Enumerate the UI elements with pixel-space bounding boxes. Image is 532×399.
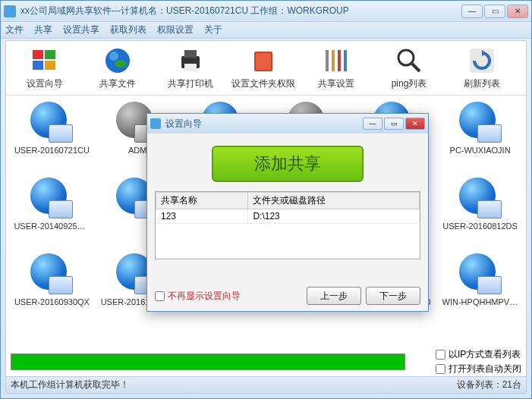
computer-item[interactable]: PC-WUXIAOJIN bbox=[439, 102, 521, 174]
col-folder-path[interactable]: 文件夹或磁盘路径 bbox=[248, 193, 420, 209]
computer-label: PC-WUXIAOJIN bbox=[450, 146, 511, 155]
tb-label: 刷新列表 bbox=[464, 77, 500, 90]
share-table-wrap: 共享名称 文件夹或磁盘路径 123D:\123 bbox=[155, 191, 420, 259]
svg-rect-9 bbox=[184, 64, 197, 71]
computer-item[interactable]: USER-20160721CU bbox=[11, 102, 93, 174]
book-icon bbox=[248, 46, 279, 76]
computer-label: USER-20160930QX bbox=[14, 297, 90, 306]
add-share-button[interactable]: 添加共享 bbox=[212, 146, 364, 182]
svg-point-16 bbox=[398, 50, 414, 65]
tb-set-folder-perm[interactable]: 设置文件夹权限 bbox=[231, 46, 296, 90]
tb-setup-wizard[interactable]: 设置向导 bbox=[12, 46, 77, 90]
computer-label: USER-20160812DS bbox=[442, 221, 517, 231]
view-options: 以IP方式查看列表 打开列表自动关闭 bbox=[436, 348, 521, 375]
dont-show-label: 不再显示设置向导 bbox=[168, 290, 241, 303]
computer-item[interactable]: WIN-HPQHHMPV9KI bbox=[439, 253, 521, 326]
dialog-title: 设置向导 bbox=[165, 118, 363, 130]
next-button[interactable]: 下一步 bbox=[366, 287, 420, 305]
tb-label: 设置向导 bbox=[27, 77, 63, 90]
check-ip-view-label: 以IP方式查看列表 bbox=[449, 348, 521, 361]
maximize-button[interactable]: ▭ bbox=[484, 5, 505, 18]
menu-set-share[interactable]: 设置共享 bbox=[63, 24, 99, 36]
check-ip-view-box[interactable] bbox=[436, 350, 445, 360]
menu-share[interactable]: 共享 bbox=[34, 24, 52, 36]
toolbar: 设置向导 共享文件 共享打印机 设置文件夹权限 bbox=[6, 41, 526, 96]
menubar: 文件 共享 设置共享 获取列表 权限设置 关于 bbox=[1, 22, 531, 39]
svg-point-6 bbox=[115, 60, 127, 68]
svg-point-5 bbox=[109, 52, 118, 61]
window-controls: — ▭ ✕ bbox=[461, 5, 528, 18]
dialog-close-button[interactable]: ✕ bbox=[405, 118, 425, 130]
tb-ping-list[interactable]: ping列表 bbox=[376, 46, 442, 90]
check-auto-close[interactable]: 打开列表自动关闭 bbox=[436, 363, 521, 375]
dialog-maximize-button[interactable]: ▭ bbox=[384, 118, 404, 130]
check-auto-close-label: 打开列表自动关闭 bbox=[449, 363, 521, 375]
minimize-button[interactable]: — bbox=[461, 5, 483, 18]
dialog-footer: 不再显示设置向导 上一步 下一步 bbox=[155, 287, 420, 305]
table-row[interactable]: 123D:\123 bbox=[156, 209, 420, 224]
titlebar: xx公司局域网共享软件---计算机名：USER-20160721CU 工作组：W… bbox=[1, 1, 531, 22]
dialog-body: 添加共享 共享名称 文件夹或磁盘路径 123D:\123 不再显示设置向导 上一… bbox=[147, 134, 428, 311]
prev-button[interactable]: 上一步 bbox=[307, 287, 361, 305]
globe-icon bbox=[102, 46, 133, 76]
svg-rect-15 bbox=[344, 50, 347, 71]
bottom-bar: 以IP方式查看列表 打开列表自动关闭 bbox=[6, 349, 526, 375]
setup-wizard-dialog: 设置向导 — ▭ ✕ 添加共享 共享名称 文件夹或磁盘路径 123D:\123 bbox=[146, 113, 429, 312]
dialog-window-controls: — ▭ ✕ bbox=[363, 118, 425, 130]
tb-label: 共享文件 bbox=[99, 77, 136, 90]
tb-label: 设置文件夹权限 bbox=[231, 77, 295, 90]
svg-rect-2 bbox=[33, 61, 43, 70]
col-share-name[interactable]: 共享名称 bbox=[156, 193, 248, 209]
printer-icon bbox=[175, 46, 206, 76]
cell-share-name: 123 bbox=[156, 209, 248, 224]
svg-line-17 bbox=[412, 64, 420, 71]
menu-file[interactable]: 文件 bbox=[5, 24, 24, 36]
computer-item[interactable]: USER-20160812DS bbox=[439, 178, 521, 250]
dont-show-checkbox[interactable] bbox=[155, 291, 165, 301]
tb-refresh-list[interactable]: 刷新列表 bbox=[449, 46, 515, 90]
dont-show-again[interactable]: 不再显示设置向导 bbox=[155, 290, 241, 303]
computer-globe-icon bbox=[30, 102, 73, 144]
computer-item[interactable]: USER-20140925GM bbox=[11, 178, 93, 250]
main-window: xx公司局域网共享软件---计算机名：USER-20160721CU 工作组：W… bbox=[0, 0, 532, 399]
cell-folder-path: D:\123 bbox=[248, 209, 420, 224]
check-auto-close-box[interactable] bbox=[436, 364, 445, 374]
tb-share-settings[interactable]: 共享设置 bbox=[304, 46, 369, 90]
tb-label: ping列表 bbox=[392, 77, 427, 90]
tb-share-files[interactable]: 共享文件 bbox=[85, 46, 150, 90]
computer-globe-icon bbox=[30, 178, 73, 220]
computer-globe-icon bbox=[459, 102, 502, 144]
window-title: xx公司局域网共享软件---计算机名：USER-20160721CU 工作组：W… bbox=[20, 5, 461, 17]
computer-globe-icon bbox=[459, 253, 502, 296]
windows-flag-icon bbox=[30, 46, 60, 76]
computer-globe-icon bbox=[459, 178, 502, 220]
svg-rect-14 bbox=[338, 50, 341, 71]
svg-rect-11 bbox=[256, 53, 271, 70]
close-button[interactable]: ✕ bbox=[507, 5, 528, 18]
progress-bar bbox=[11, 353, 405, 370]
dialog-minimize-button[interactable]: — bbox=[363, 118, 382, 130]
menu-about[interactable]: 关于 bbox=[204, 24, 222, 36]
menu-permissions[interactable]: 权限设置 bbox=[157, 24, 194, 36]
app-icon bbox=[4, 5, 16, 17]
statusbar: 本机工作组计算机获取完毕！ 设备列表：21台 bbox=[6, 376, 526, 393]
menu-get-list[interactable]: 获取列表 bbox=[110, 24, 146, 36]
share-table: 共享名称 文件夹或磁盘路径 123D:\123 bbox=[156, 192, 420, 224]
check-ip-view[interactable]: 以IP方式查看列表 bbox=[436, 348, 521, 361]
computer-label: USER-20140925GM bbox=[14, 221, 90, 231]
refresh-icon bbox=[467, 46, 497, 76]
svg-rect-3 bbox=[45, 61, 55, 70]
computer-label: ADM bbox=[128, 146, 146, 155]
computer-item[interactable]: USER-20160930QX bbox=[11, 253, 93, 326]
status-left: 本机工作组计算机获取完毕！ bbox=[11, 379, 129, 391]
computer-globe-icon bbox=[30, 253, 73, 296]
magnifier-icon bbox=[394, 46, 424, 76]
computer-label: WIN-HPQHHMPV9KI bbox=[442, 297, 518, 306]
status-right: 设备列表：21台 bbox=[457, 379, 521, 391]
dialog-app-icon bbox=[150, 118, 161, 129]
dialog-titlebar: 设置向导 — ▭ ✕ bbox=[147, 114, 428, 134]
tb-share-printer[interactable]: 共享打印机 bbox=[158, 46, 223, 90]
computer-label: USER-20160721CU bbox=[14, 146, 90, 155]
svg-rect-8 bbox=[184, 50, 197, 58]
svg-rect-0 bbox=[33, 50, 43, 59]
